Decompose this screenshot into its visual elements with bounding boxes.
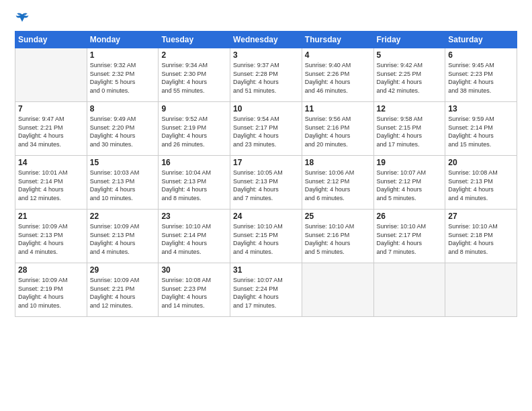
day-number: 21 [18,212,84,221]
calendar-cell: 9Sunrise: 9:52 AM Sunset: 2:19 PM Daylig… [159,102,230,156]
calendar-cell: 18Sunrise: 10:06 AM Sunset: 2:12 PM Dayl… [302,156,373,210]
day-info: Sunrise: 10:09 AM Sunset: 2:13 PM Daylig… [90,222,156,256]
calendar-cell: 14Sunrise: 10:01 AM Sunset: 2:14 PM Dayl… [15,156,87,210]
calendar-cell [302,263,373,317]
day-number: 23 [161,212,227,221]
day-number: 12 [377,104,443,113]
day-info: Sunrise: 10:09 AM Sunset: 2:13 PM Daylig… [18,222,84,256]
day-number: 17 [233,158,299,167]
day-info: Sunrise: 10:07 AM Sunset: 2:12 PM Daylig… [377,169,443,202]
day-info: Sunrise: 9:56 AM Sunset: 2:16 PM Dayligh… [305,115,371,148]
calendar-cell: 20Sunrise: 10:08 AM Sunset: 2:13 PM Dayl… [445,156,517,210]
calendar-cell: 24Sunrise: 10:10 AM Sunset: 2:15 PM Dayl… [230,210,302,263]
calendar-cell: 1Sunrise: 9:32 AM Sunset: 2:32 PM Daylig… [87,48,159,102]
day-number: 6 [448,50,514,60]
calendar-cell: 15Sunrise: 10:03 AM Sunset: 2:13 PM Dayl… [87,156,159,210]
day-info: Sunrise: 9:32 AM Sunset: 2:32 PM Dayligh… [90,61,156,95]
day-number: 5 [377,50,443,60]
day-info: Sunrise: 10:10 AM Sunset: 2:17 PM Daylig… [377,222,443,256]
calendar-cell: 22Sunrise: 10:09 AM Sunset: 2:13 PM Dayl… [87,210,159,263]
day-number: 29 [90,265,156,275]
day-info: Sunrise: 10:09 AM Sunset: 2:19 PM Daylig… [18,276,84,310]
day-number: 3 [233,50,299,60]
calendar-cell: 3Sunrise: 9:37 AM Sunset: 2:28 PM Daylig… [230,48,302,102]
day-info: Sunrise: 10:10 AM Sunset: 2:16 PM Daylig… [305,222,371,256]
day-info: Sunrise: 10:09 AM Sunset: 2:21 PM Daylig… [90,276,156,310]
day-info: Sunrise: 10:07 AM Sunset: 2:24 PM Daylig… [233,276,299,310]
calendar-weekday-thursday: Thursday [302,32,373,48]
day-number: 7 [18,104,84,113]
calendar-cell [445,263,517,317]
day-number: 11 [305,104,371,113]
day-number: 4 [305,50,371,60]
day-number: 22 [90,212,156,221]
day-info: Sunrise: 10:03 AM Sunset: 2:13 PM Daylig… [90,169,156,202]
day-number: 30 [161,265,227,275]
day-number: 16 [161,158,227,167]
day-info: Sunrise: 9:52 AM Sunset: 2:19 PM Dayligh… [161,115,227,148]
day-number: 24 [233,212,299,221]
day-info: Sunrise: 9:42 AM Sunset: 2:25 PM Dayligh… [377,61,443,95]
day-info: Sunrise: 9:49 AM Sunset: 2:20 PM Dayligh… [90,115,156,148]
calendar-cell: 13Sunrise: 9:59 AM Sunset: 2:14 PM Dayli… [445,102,517,156]
day-info: Sunrise: 9:37 AM Sunset: 2:28 PM Dayligh… [233,61,299,95]
calendar-cell: 28Sunrise: 10:09 AM Sunset: 2:19 PM Dayl… [15,263,87,317]
day-info: Sunrise: 10:01 AM Sunset: 2:14 PM Daylig… [18,169,84,202]
day-number: 9 [161,104,227,113]
calendar-cell: 12Sunrise: 9:58 AM Sunset: 2:15 PM Dayli… [373,102,445,156]
day-number: 1 [90,50,156,60]
day-number: 15 [90,158,156,167]
day-info: Sunrise: 9:47 AM Sunset: 2:21 PM Dayligh… [18,115,84,148]
day-info: Sunrise: 9:34 AM Sunset: 2:30 PM Dayligh… [161,61,227,95]
calendar-weekday-monday: Monday [87,32,159,48]
day-number: 25 [305,212,371,221]
calendar-cell: 30Sunrise: 10:08 AM Sunset: 2:23 PM Dayl… [159,263,230,317]
day-info: Sunrise: 9:40 AM Sunset: 2:26 PM Dayligh… [305,61,371,95]
day-info: Sunrise: 10:08 AM Sunset: 2:23 PM Daylig… [161,276,227,310]
calendar-cell: 23Sunrise: 10:10 AM Sunset: 2:14 PM Dayl… [159,210,230,263]
day-info: Sunrise: 9:59 AM Sunset: 2:14 PM Dayligh… [448,115,514,148]
day-number: 8 [90,104,156,113]
logo [15,12,32,24]
day-info: Sunrise: 10:05 AM Sunset: 2:13 PM Daylig… [233,169,299,202]
calendar-cell: 4Sunrise: 9:40 AM Sunset: 2:26 PM Daylig… [302,48,373,102]
calendar-cell: 5Sunrise: 9:42 AM Sunset: 2:25 PM Daylig… [373,48,445,102]
day-number: 27 [448,212,514,221]
calendar-cell: 16Sunrise: 10:04 AM Sunset: 2:13 PM Dayl… [159,156,230,210]
calendar-cell: 19Sunrise: 10:07 AM Sunset: 2:12 PM Dayl… [373,156,445,210]
calendar-weekday-wednesday: Wednesday [230,32,302,48]
day-number: 28 [18,265,84,275]
calendar-cell: 11Sunrise: 9:56 AM Sunset: 2:16 PM Dayli… [302,102,373,156]
calendar-table: SundayMondayTuesdayWednesdayThursdayFrid… [15,31,517,317]
calendar-weekday-saturday: Saturday [445,32,517,48]
calendar-week-row: 14Sunrise: 10:01 AM Sunset: 2:14 PM Dayl… [15,156,517,210]
calendar-weekday-tuesday: Tuesday [159,32,230,48]
calendar-cell: 27Sunrise: 10:10 AM Sunset: 2:18 PM Dayl… [445,210,517,263]
day-number: 2 [161,50,227,60]
calendar-header-row: SundayMondayTuesdayWednesdayThursdayFrid… [15,32,517,48]
calendar-cell: 7Sunrise: 9:47 AM Sunset: 2:21 PM Daylig… [15,102,87,156]
calendar-weekday-sunday: Sunday [15,32,87,48]
calendar-cell: 17Sunrise: 10:05 AM Sunset: 2:13 PM Dayl… [230,156,302,210]
day-number: 10 [233,104,299,113]
calendar-cell: 26Sunrise: 10:10 AM Sunset: 2:17 PM Dayl… [373,210,445,263]
day-info: Sunrise: 10:10 AM Sunset: 2:15 PM Daylig… [233,222,299,256]
calendar-cell: 21Sunrise: 10:09 AM Sunset: 2:13 PM Dayl… [15,210,87,263]
header [15,12,517,24]
calendar-week-row: 28Sunrise: 10:09 AM Sunset: 2:19 PM Dayl… [15,263,517,317]
day-number: 26 [377,212,443,221]
calendar-cell [373,263,445,317]
calendar-week-row: 21Sunrise: 10:09 AM Sunset: 2:13 PM Dayl… [15,210,517,263]
logo-bird-icon [15,12,30,24]
day-info: Sunrise: 9:45 AM Sunset: 2:23 PM Dayligh… [448,61,514,95]
calendar-cell: 10Sunrise: 9:54 AM Sunset: 2:17 PM Dayli… [230,102,302,156]
day-info: Sunrise: 9:54 AM Sunset: 2:17 PM Dayligh… [233,115,299,148]
calendar-cell: 6Sunrise: 9:45 AM Sunset: 2:23 PM Daylig… [445,48,517,102]
calendar-week-row: 1Sunrise: 9:32 AM Sunset: 2:32 PM Daylig… [15,48,517,102]
calendar-cell: 31Sunrise: 10:07 AM Sunset: 2:24 PM Dayl… [230,263,302,317]
calendar-weekday-friday: Friday [373,32,445,48]
day-info: Sunrise: 10:06 AM Sunset: 2:12 PM Daylig… [305,169,371,202]
calendar-cell: 25Sunrise: 10:10 AM Sunset: 2:16 PM Dayl… [302,210,373,263]
day-number: 14 [18,158,84,167]
day-number: 19 [377,158,443,167]
